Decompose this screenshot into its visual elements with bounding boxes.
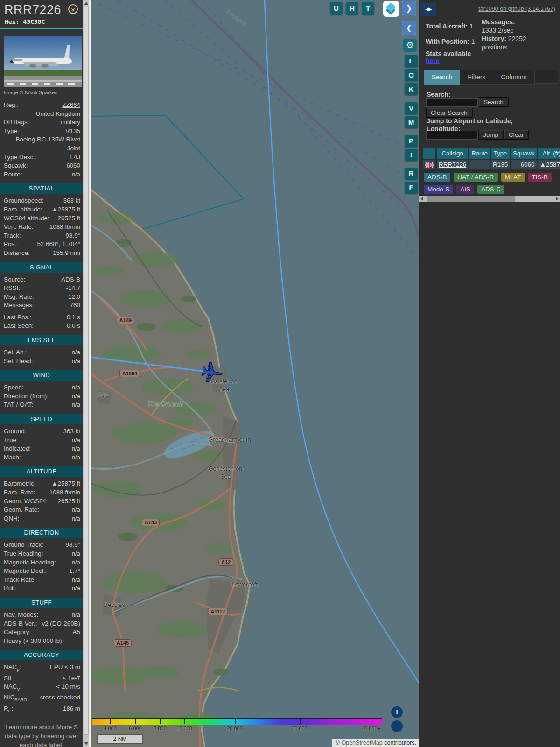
zoom-out-button[interactable]: − (391, 720, 403, 732)
clear-button[interactable]: Clear (504, 130, 528, 140)
scroll-down-icon[interactable] (84, 742, 88, 745)
callsign-cell[interactable]: RRR7226 (437, 160, 468, 169)
table-horizontal-scrollbar[interactable] (419, 196, 560, 202)
collapse-left-button[interactable]: ❮ (402, 21, 416, 35)
road-shield-a143: A143 (142, 519, 160, 526)
scroll-right-icon[interactable] (556, 197, 559, 201)
field-ground-track: Ground Track:98.9° (4, 541, 80, 550)
hex-code: Hex:43C38C (5, 18, 83, 25)
map-label-great-yarmouth: Great Yarmouth (208, 436, 251, 443)
registration-link[interactable]: ZZ664 (62, 101, 80, 110)
road-shield-a149: A149 (117, 317, 134, 324)
map-button-u[interactable]: U (330, 2, 343, 15)
clear-search-button[interactable]: Clear Search (426, 108, 472, 118)
field-magnetic-heading: Magnetic Heading:n/a (4, 558, 80, 567)
badge-mode-s[interactable]: Mode-S (424, 185, 453, 194)
map-button-m[interactable]: M (405, 116, 418, 128)
column-header-alt-ft[interactable]: Alt. (ft) (538, 148, 560, 159)
panel-collapse-button[interactable]: ◀▶ (421, 3, 436, 16)
map-button-p[interactable]: P (405, 135, 418, 147)
map-button-h[interactable]: H (346, 2, 358, 15)
field-magnetic-decl: Magnetic Decl.:1.7° (4, 567, 80, 576)
field-reg: Reg.:ZZ664 (4, 101, 80, 110)
map-button-t[interactable]: T (362, 2, 374, 15)
map-label-sea: Sea (220, 473, 231, 480)
scrollbar-thumb[interactable] (84, 7, 89, 735)
field-type: Type:R135 (4, 127, 80, 136)
map-button-k[interactable]: K (405, 83, 418, 95)
field-last-seen: Last Seen:0.0 s (4, 322, 80, 331)
badge-tis-b[interactable]: TIS-B (528, 173, 552, 182)
expand-right-button[interactable]: ❯ (402, 1, 416, 15)
badge-ads-c[interactable]: ADS-C (477, 185, 504, 194)
hex-label: Hex: (5, 18, 19, 25)
field-nic: NICBARO:cross-checked (4, 693, 80, 704)
field-pos: Pos.:52.668°, 1.704° (4, 240, 80, 249)
map-label-acle: Acle (98, 392, 108, 398)
sidebar-scrollbar[interactable] (83, 0, 90, 747)
map-button-o[interactable]: O (405, 69, 418, 81)
field-sil: SIL:≤ 1e-7 (4, 674, 80, 683)
column-header-type[interactable]: Type (491, 148, 510, 159)
history-stat: History: 22252 (482, 35, 526, 42)
search-button[interactable]: Search (479, 97, 508, 107)
badge-ais[interactable]: AIS (456, 185, 474, 194)
section-header-altitude: ALTITUDE (0, 466, 83, 477)
settings-gear-button[interactable]: ⚙ (403, 39, 417, 52)
map-button-l[interactable]: L (405, 55, 418, 67)
map-attribution: © OpenStreetMap contributors. (332, 739, 420, 747)
field-geom-rate: Geom. Rate:n/a (4, 506, 80, 514)
messages-stat-value: 1333.2/sec (482, 27, 514, 34)
github-version-link[interactable]: tar1090 on github (3.14.1767) (478, 6, 555, 12)
field-baro-rate: Baro. Rate:1088 ft/min (4, 488, 80, 497)
scroll-left-icon[interactable] (420, 197, 423, 201)
map-button-i[interactable]: I (405, 149, 418, 161)
field-true-heading: True Heading:n/a (4, 550, 80, 558)
map-button-r[interactable]: R (405, 168, 418, 180)
aircraft-row[interactable]: RRR7226R1356060▲25875 (423, 160, 560, 169)
map[interactable]: AcleThe BroadsCaister onSeaGreat Yarmout… (90, 0, 420, 747)
field-geom-wgs84: Geom. WGS84:26525 ft (4, 497, 80, 506)
scrollbar-thumb[interactable] (427, 196, 515, 202)
total-aircraft-stat: Total Aircraft: 1 (426, 22, 473, 30)
history-stat-value: positions (482, 43, 507, 51)
badge-mlat[interactable]: MLAT (501, 173, 525, 182)
column-header-callsign[interactable]: Callsign (437, 148, 468, 159)
tab-filters[interactable]: Filters (460, 70, 493, 85)
legend-tick-8-000: 8 000 (154, 726, 167, 731)
field-r: RC:186 m (4, 705, 80, 715)
badge-ads-b[interactable]: ADS-B (424, 173, 450, 182)
column-header-squawk[interactable]: Squawk (511, 148, 536, 159)
tab-search[interactable]: Search (424, 70, 460, 85)
close-icon[interactable]: × (68, 4, 78, 14)
field-last-pos: Last Pos.:0.1 s (4, 313, 80, 322)
map-button-f[interactable]: F (405, 182, 418, 194)
jump-button[interactable]: Jump (478, 130, 503, 140)
jump-input[interactable] (426, 131, 478, 140)
badge-uat-ads-r[interactable]: UAT / ADS-R (454, 173, 497, 182)
field-sel-alt: Sel. Alt.:n/a (4, 348, 80, 357)
osm-link[interactable]: © OpenStreetMap (336, 740, 383, 746)
legend-tick-line (235, 718, 236, 724)
tab-columns[interactable]: Columns (493, 70, 534, 85)
map-button-v[interactable]: V (405, 102, 418, 114)
legend-tick-6-000: 6 000 (129, 726, 142, 731)
field-true: True:n/a (4, 436, 80, 445)
layers-button[interactable] (383, 1, 399, 17)
altitude-legend-ticks: 4 0006 0008 00010 00020 00030 00040 000+ (92, 718, 391, 732)
zoom-in-button[interactable]: + (391, 706, 403, 718)
stats-available-label: Stats available (426, 50, 471, 57)
field-msg-rate: Msg. Rate:12.0 (4, 293, 80, 302)
aircraft-list-panel: ◀▶ tar1090 on github (3.14.1767) Total A… (419, 0, 560, 747)
with-position-stat: With Position: 1 (426, 38, 475, 45)
scroll-up-icon[interactable] (84, 2, 88, 5)
section-header-signal: SIGNAL (0, 262, 83, 273)
legend-tick-30-000: 30 000 (292, 726, 308, 731)
search-input[interactable] (426, 98, 478, 107)
field-messages: Messages:760 (4, 301, 80, 310)
legend-tick-line (110, 718, 111, 724)
route-cell (469, 160, 490, 169)
map-label-beccles: Beccles (104, 601, 125, 608)
column-header-route[interactable]: Route (469, 148, 490, 159)
column-header-flag[interactable] (423, 148, 435, 159)
